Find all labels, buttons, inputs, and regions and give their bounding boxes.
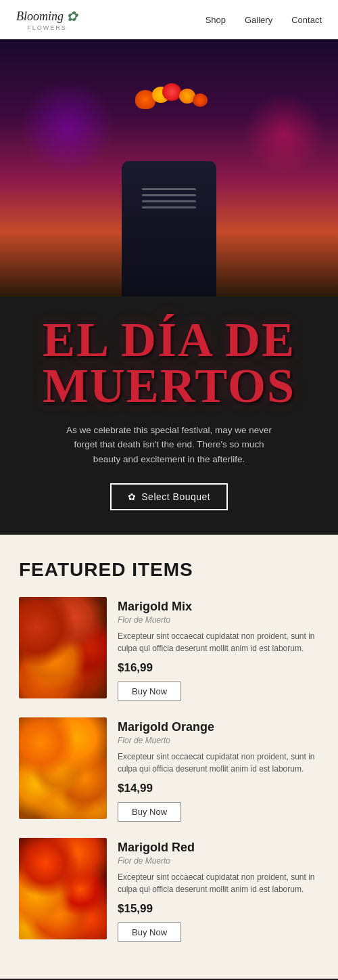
logo[interactable]: Blooming ✿ FLOWERS [16, 8, 78, 31]
hero-subtitle: As we celebrate this special festival, m… [61, 423, 277, 467]
cta-icon: ✿ [128, 491, 137, 502]
product-details-3: Marigold Red Flor de Muerto Excepteur si… [118, 838, 319, 942]
product-subtitle-1: Flor de Muerto [118, 615, 319, 625]
product-details-1: Marigold Mix Flor de Muerto Excepteur si… [118, 597, 319, 701]
product-image-marigold-red [19, 838, 107, 939]
product-subtitle-3: Flor de Muerto [118, 856, 319, 866]
product-name-1: Marigold Mix [118, 600, 319, 614]
logo-sub: FLOWERS [27, 24, 67, 31]
glow-purple [20, 80, 115, 175]
hero-image [0, 39, 338, 296]
select-bouquet-button[interactable]: ✿ Select Bouquet [110, 483, 228, 510]
product-item-2: Marigold Orange Flor de Muerto Excepteur… [19, 717, 319, 822]
hero-title: EL DÍA DE MUERTOS [27, 317, 311, 409]
rib-4 [142, 206, 196, 208]
glow-pink [243, 93, 324, 175]
product-item-1: Marigold Mix Flor de Muerto Excepteur si… [19, 597, 319, 701]
product-name-3: Marigold Red [118, 841, 319, 855]
product-image-marigold-mix [19, 597, 107, 698]
rib-2 [142, 194, 196, 196]
product-desc-3: Excepteur sint occaecat cupidatat non pr… [118, 871, 319, 895]
hero-title-line2: MUERTOS [43, 359, 295, 413]
product-price-3: $15,99 [118, 902, 319, 916]
skeleton-ribs [142, 188, 196, 208]
nav-links: Shop Gallery Contact [206, 15, 322, 25]
cta-label: Select Bouquet [141, 491, 210, 502]
product-image-marigold-orange [19, 717, 107, 819]
buy-button-3[interactable]: Buy Now [118, 922, 181, 942]
navbar: Blooming ✿ FLOWERS Shop Gallery Contact [0, 0, 338, 39]
product-details-2: Marigold Orange Flor de Muerto Excepteur… [118, 717, 319, 822]
product-item-3: Marigold Red Flor de Muerto Excepteur si… [19, 838, 319, 942]
featured-title: FEATURED ITEMS [19, 559, 319, 581]
figure-body [122, 161, 216, 296]
product-desc-2: Excepteur sint occaecat cupidatat non pr… [118, 751, 319, 775]
nav-shop[interactable]: Shop [206, 15, 226, 25]
nav-contact[interactable]: Contact [291, 15, 322, 25]
product-desc-1: Excepteur sint occaecat cupidatat non pr… [118, 630, 319, 654]
nav-gallery[interactable]: Gallery [245, 15, 272, 25]
buy-button-1[interactable]: Buy Now [118, 682, 181, 701]
featured-section: FEATURED ITEMS Marigold Mix Flor de Muer… [0, 535, 338, 979]
product-price-2: $14,99 [118, 782, 319, 795]
rib-3 [142, 200, 196, 202]
rib-1 [142, 188, 196, 190]
hero-text-section: EL DÍA DE MUERTOS As we celebrate this s… [0, 296, 338, 535]
crown-flower-5 [193, 93, 208, 107]
logo-name: Blooming [16, 9, 64, 24]
crown-flower-3 [162, 83, 181, 101]
product-name-2: Marigold Orange [118, 720, 319, 734]
product-price-1: $16,99 [118, 661, 319, 675]
buy-button-2[interactable]: Buy Now [118, 802, 181, 822]
product-subtitle-2: Flor de Muerto [118, 736, 319, 745]
flower-crown [125, 83, 213, 124]
logo-flower-icon: ✿ [66, 8, 78, 24]
